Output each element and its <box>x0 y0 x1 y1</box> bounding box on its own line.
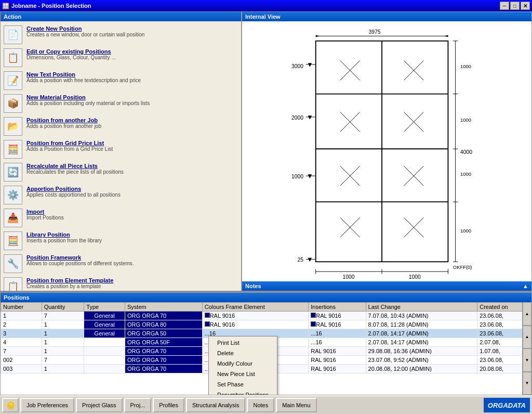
table-row[interactable]: 2 1 General ORG ORGA 80 RAL 9016 RAL 901… <box>1 320 531 329</box>
table-header-row: Number Quantity Type System Colours Fram… <box>1 303 531 312</box>
title-bar-buttons: ─ □ ✕ <box>500 2 530 10</box>
title-bar-title: Jobname - Position Selection <box>11 3 498 9</box>
action-text-pos-another-job: Position from another Job Adds a positio… <box>26 117 101 129</box>
cell-number: 7 <box>1 347 42 356</box>
action-item-create-new[interactable]: 📄 Create New Position Creates a new wind… <box>3 23 239 46</box>
action-item-import[interactable]: 📥 Import Import Positions <box>3 206 239 229</box>
positions-header: Positions <box>1 293 531 302</box>
notes-arrow[interactable]: ▲ <box>523 283 528 289</box>
action-desc-create-new: Creates a new window, door or curtain wa… <box>26 32 144 37</box>
action-icon-recalculate: 🔄 <box>4 163 22 182</box>
action-text-new-material: New Material Position Adds a position in… <box>26 94 150 106</box>
cell-qty: 1 <box>42 320 84 329</box>
top-section: Action 📄 Create New Position Creates a n… <box>0 11 532 291</box>
action-title-element-template: Position from Element Template <box>26 277 113 283</box>
minimize-button[interactable]: ─ <box>500 2 509 10</box>
table-container[interactable]: Number Quantity Type System Colours Fram… <box>1 302 531 395</box>
action-list: 📄 Create New Position Creates a new wind… <box>1 21 241 291</box>
action-item-edit-copy[interactable]: 📋 Edit or Copy existing Positions Dimens… <box>3 46 239 69</box>
cell-insertion: RAL 9016 <box>309 365 366 373</box>
cell-colour-frame: RAL 9016 <box>202 320 309 329</box>
cell-number: 002 <box>1 356 42 365</box>
cell-last-change: 7.07.08, 10:43 (ADMIN) <box>366 312 477 320</box>
scroll-bottom-button[interactable]: ▼ <box>523 372 531 395</box>
action-item-pos-another-job[interactable]: 📂 Position from another Job Adds a posit… <box>3 115 239 138</box>
positions-panel: Positions Number Quantity Type System Co… <box>0 292 532 395</box>
action-item-apportion[interactable]: ⚙️ Apportion Positions Applies costs app… <box>3 184 239 206</box>
svg-text:OKFF(0): OKFF(0) <box>453 264 472 270</box>
context-item-new-piece-list[interactable]: New Piece List <box>209 369 277 379</box>
action-text-import: Import Import Positions <box>26 209 64 221</box>
action-title-import: Import <box>26 209 64 215</box>
context-item-delete[interactable]: Delete <box>209 348 277 358</box>
action-icon-grid-price: 🧮 <box>4 140 22 159</box>
svg-text:1000: 1000 <box>291 174 303 179</box>
taskbar-icon-button[interactable]: 🪙 <box>2 398 19 412</box>
notes-label: Notes <box>245 283 261 289</box>
job-preferences-button[interactable]: Job Preferences <box>20 398 74 412</box>
cell-qty: 1 <box>42 338 84 347</box>
ral-box <box>205 321 210 327</box>
close-button[interactable]: ✕ <box>521 2 530 10</box>
scroll-up-button[interactable]: ▲ <box>523 326 531 349</box>
scroll-down-button[interactable]: ▼ <box>523 348 531 372</box>
cell-insertion: RAL 9016 <box>309 356 366 365</box>
context-item-modify-colour[interactable]: Modify Colour <box>209 358 277 369</box>
notes-button[interactable]: Notes <box>247 398 274 412</box>
action-text-recalculate: Recalculate all Piece Lists Recalculates… <box>26 163 124 175</box>
cell-number: 2 <box>1 320 42 329</box>
action-item-new-material[interactable]: 📦 New Material Position Adds a position … <box>3 92 239 115</box>
project-glass-button[interactable]: Project Glass <box>76 398 122 412</box>
action-item-framework[interactable]: 🔧 Position Framework Allows to couple po… <box>3 252 239 275</box>
action-text-library: Library Position Inserts a position from… <box>26 231 102 243</box>
structural-analysis-button[interactable]: Structural Analysis <box>186 398 245 412</box>
cell-last-change: 20.08.08, 12:00 (ADMIN) <box>366 365 477 373</box>
action-item-library[interactable]: 🧮 Library Position Inserts a position fr… <box>3 229 239 252</box>
cell-number: 3 <box>1 329 42 338</box>
maximize-button[interactable]: □ <box>510 2 520 10</box>
cell-last-change: 2.07.08, 14:17 (ADMIN) <box>366 338 477 347</box>
cell-system: ORG ORGA 70 <box>125 365 203 373</box>
col-type: Type <box>84 303 125 312</box>
context-menu[interactable]: Print ListDeleteModify ColourNew Piece L… <box>208 336 277 395</box>
svg-text:25: 25 <box>298 257 304 263</box>
action-desc-edit-copy: Dimensions, Glass, Colour, Quantity ... <box>26 55 116 60</box>
action-title-library: Library Position <box>26 231 102 238</box>
action-item-new-text[interactable]: 📝 New Text Position Adds a position with… <box>3 69 239 92</box>
cell-system: ORG ORGA 50 <box>125 329 203 338</box>
action-text-grid-price: Position from Grid Price List Adds a Pos… <box>26 140 113 152</box>
cell-last-change: 8.07.08, 11:28 (ADMIN) <box>366 320 477 329</box>
profiles-button[interactable]: Profiles <box>153 398 184 412</box>
bottom-section: Positions Number Quantity Type System Co… <box>0 291 532 395</box>
action-icon-pos-another-job: 📂 <box>4 117 22 136</box>
main-menu-button[interactable]: Main Menu <box>276 398 316 412</box>
orgadata-logo: ORGADATA <box>484 398 530 412</box>
action-title-recalculate: Recalculate all Piece Lists <box>26 163 124 169</box>
cell-insertion: ...16 <box>309 329 366 338</box>
action-item-element-template[interactable]: 📋 Position from Element Template Creates… <box>3 275 239 291</box>
svg-text:1000: 1000 <box>460 228 471 234</box>
cell-type: General <box>84 329 125 338</box>
svg-marker-2 <box>316 35 320 37</box>
cell-type <box>84 338 125 347</box>
cell-qty: 7 <box>42 356 84 365</box>
action-item-recalculate[interactable]: 🔄 Recalculate all Piece Lists Recalculat… <box>3 161 239 184</box>
action-title-framework: Position Framework <box>26 254 134 261</box>
action-icon-new-text: 📝 <box>4 71 22 90</box>
action-item-grid-price[interactable]: 🧮 Position from Grid Price List Adds a P… <box>3 138 239 161</box>
action-text-framework: Position Framework Allows to couple posi… <box>26 254 134 266</box>
context-item-set-phase[interactable]: Set Phase <box>209 379 277 390</box>
scroll-top-button[interactable]: ▲ <box>523 302 531 326</box>
svg-text:1000: 1000 <box>342 274 354 280</box>
action-title-new-material: New Material Position <box>26 94 150 100</box>
action-text-create-new: Create New Position Creates a new window… <box>26 25 144 37</box>
proj-button[interactable]: Proj... <box>124 398 152 412</box>
context-item-print-list[interactable]: Print List <box>209 338 277 348</box>
svg-marker-3 <box>444 35 448 37</box>
cell-qty: 1 <box>42 347 84 356</box>
table-row[interactable]: 1 7 General ORG ORGA 70 RAL 9016 RAL 901… <box>1 312 531 320</box>
cell-colour-frame: RAL 9016 <box>202 312 309 320</box>
context-item-renumber-positions[interactable]: Renumber Positions <box>209 390 277 395</box>
cell-system: ORG ORGA 70 <box>125 312 203 320</box>
action-icon-edit-copy: 📋 <box>4 48 22 67</box>
